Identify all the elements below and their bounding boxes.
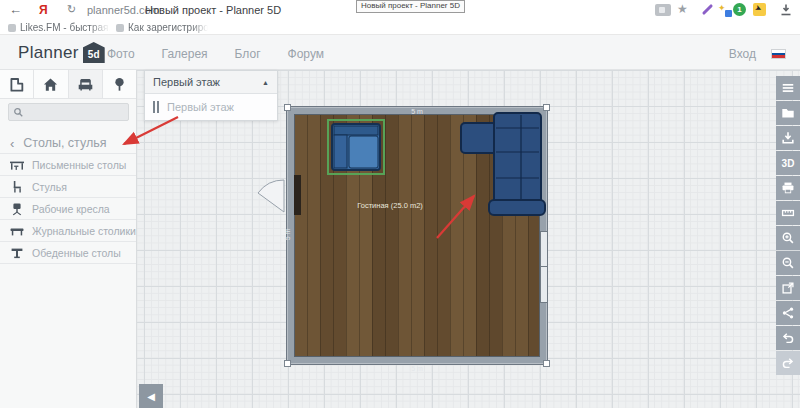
dimension-bottom: 5 m <box>397 365 437 372</box>
redo-icon <box>781 356 795 370</box>
floor-item-label: Первый этаж <box>167 101 234 113</box>
list-item-desks[interactable]: Письменные столы <box>0 153 136 176</box>
right-toolbar: 3D <box>776 76 800 376</box>
dimension-left: 5 m <box>284 215 291 255</box>
coffee-table-icon <box>9 223 25 239</box>
list-item-label: Письменные столы <box>32 159 126 171</box>
window[interactable] <box>540 231 548 303</box>
corner-handle[interactable] <box>284 360 291 367</box>
floor-selector: Первый этаж ▲ Первый этаж <box>144 70 278 121</box>
bookmarks-bar: Likes.FM - быстрая, С Как зарегистрирова <box>0 20 800 34</box>
corner-handle[interactable] <box>543 104 550 111</box>
category-header[interactable]: ‹ Столы, стулья <box>0 133 136 153</box>
share-button[interactable] <box>776 301 800 325</box>
3d-label: 3D <box>782 158 795 169</box>
house-icon <box>42 76 59 93</box>
pen-extension-icon[interactable] <box>702 4 713 15</box>
list-item-chairs[interactable]: Стулья <box>0 176 136 198</box>
room-name-label: Гостиная (25.0 m2) <box>330 201 450 210</box>
list-item-coffee-tables[interactable]: Журнальные столики <box>0 220 136 242</box>
share-icon <box>781 306 795 320</box>
door[interactable] <box>258 180 284 212</box>
header-right: Вход <box>729 47 786 61</box>
ru-flag-icon[interactable] <box>771 49 786 59</box>
main-nav: Фото Галерея Блог Форум <box>107 47 324 61</box>
projects-button[interactable] <box>776 101 800 125</box>
sidebar-collapse-button[interactable]: ◀ <box>139 384 163 408</box>
tab-floorplan[interactable] <box>0 70 34 98</box>
3d-view-button[interactable]: 3D <box>776 151 800 175</box>
search-input[interactable] <box>8 103 129 121</box>
menu-icon <box>781 81 795 95</box>
download-icon <box>781 131 795 145</box>
undo-icon <box>781 331 795 345</box>
login-link[interactable]: Вход <box>729 47 756 61</box>
logo-house-badge: 5d <box>83 42 105 63</box>
app-header: Planner 5d Фото Галерея Блог Форум Вход <box>0 34 800 70</box>
sofa-icon <box>77 76 94 93</box>
camera-icon[interactable] <box>655 4 671 16</box>
category-list: Письменные столы Стулья Рабочие кресла <box>0 153 136 264</box>
blue-badge <box>725 10 732 17</box>
list-item-label: Рабочие кресла <box>32 203 110 215</box>
adblock-badge-icon[interactable]: 1 <box>733 3 746 16</box>
refresh-icon[interactable]: ↻ <box>67 3 76 16</box>
printer-icon <box>781 181 795 195</box>
tab-furniture[interactable] <box>69 70 103 98</box>
fullscreen-button[interactable] <box>776 276 800 300</box>
redo-button[interactable] <box>776 351 800 375</box>
logo-text: Planner <box>18 43 79 63</box>
browser-chrome: ← Я ↻ planner5d.com Новый проект - Plann… <box>0 0 800 34</box>
tab-outdoor[interactable] <box>103 70 136 98</box>
plan-canvas[interactable]: 5 m 5 m 5 m Гостиная (25.0 m2) Первый эт… <box>0 70 800 408</box>
nav-gallery[interactable]: Галерея <box>162 47 208 61</box>
tab-tooltip: Новый проект - Planner 5D <box>356 0 465 13</box>
bookmark-item[interactable]: Как зарегистрирова <box>116 22 208 33</box>
wall-object[interactable] <box>294 175 301 215</box>
sparkle-extension-icon[interactable]: ✦ <box>718 3 732 17</box>
tab-rooms[interactable] <box>34 70 68 98</box>
measure-button[interactable] <box>776 201 800 225</box>
corner-handle[interactable] <box>284 104 291 111</box>
zoom-out-button[interactable] <box>776 251 800 275</box>
ruler-icon <box>781 206 795 220</box>
desk-icon <box>9 157 25 173</box>
list-item-office-chairs[interactable]: Рабочие кресла <box>0 198 136 220</box>
floor-selector-header[interactable]: Первый этаж ▲ <box>145 71 277 94</box>
menu-button[interactable] <box>776 76 800 100</box>
zoom-in-icon <box>781 231 795 245</box>
list-item-label: Стулья <box>32 181 67 193</box>
category-title: Столы, стулья <box>23 136 106 150</box>
undo-button[interactable] <box>776 326 800 350</box>
office-chair-icon <box>9 201 25 217</box>
bookmark-item[interactable]: Likes.FM - быстрая, С <box>8 22 110 33</box>
back-chevron-icon[interactable]: ‹ <box>10 136 14 151</box>
room[interactable] <box>287 107 547 364</box>
corner-handle[interactable] <box>543 360 550 367</box>
downloads-icon[interactable] <box>779 3 793 17</box>
yandex-icon[interactable]: Я <box>39 3 48 17</box>
back-icon[interactable]: ← <box>9 2 22 17</box>
room-floor[interactable] <box>294 114 540 357</box>
cursor-extension-icon[interactable] <box>753 3 766 16</box>
list-item-label: Журнальные столики <box>32 225 136 237</box>
open-external-icon <box>781 281 795 295</box>
nav-photo[interactable]: Фото <box>107 47 135 61</box>
drag-grip-icon[interactable] <box>153 101 159 113</box>
list-item-dining-tables[interactable]: Обеденные столы <box>0 242 136 264</box>
planner5d-logo[interactable]: Planner 5d <box>18 42 105 63</box>
chair-icon <box>9 179 25 195</box>
bookmark-star-icon[interactable]: ★ <box>677 2 688 16</box>
floor-dropdown-item[interactable]: Первый этаж <box>145 94 277 120</box>
floor-current-label: Первый этаж <box>153 76 220 88</box>
save-button[interactable] <box>776 126 800 150</box>
page-title: Новый проект - Planner 5D <box>145 4 281 16</box>
caret-up-icon: ▲ <box>262 79 269 86</box>
favicon <box>116 24 124 32</box>
favicon <box>8 24 16 32</box>
dimension-top: 5 m <box>397 108 437 115</box>
print-button[interactable] <box>776 176 800 200</box>
zoom-in-button[interactable] <box>776 226 800 250</box>
nav-blog[interactable]: Блог <box>235 47 261 61</box>
nav-forum[interactable]: Форум <box>288 47 324 61</box>
